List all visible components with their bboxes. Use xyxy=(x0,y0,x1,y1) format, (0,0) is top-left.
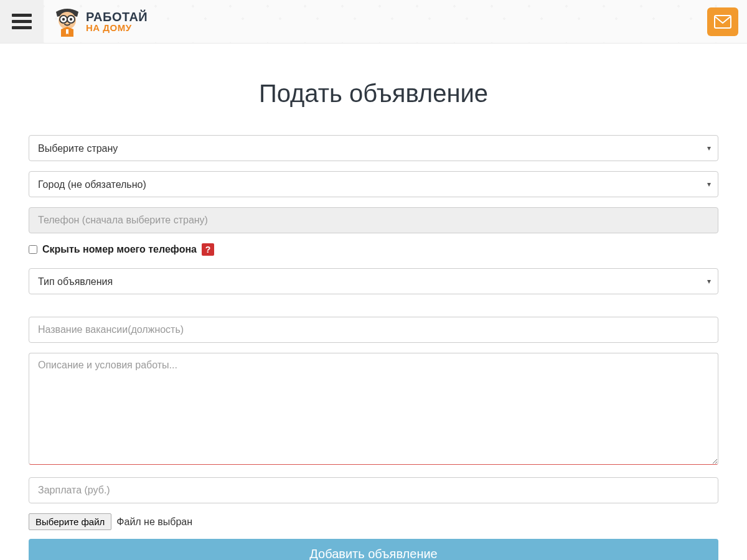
help-icon[interactable]: ? xyxy=(202,243,214,256)
title-field xyxy=(29,317,718,343)
svg-point-7 xyxy=(70,17,72,20)
hide-phone-checkbox[interactable] xyxy=(29,245,37,254)
file-row: Выберите файл Файл не выбран xyxy=(29,513,718,530)
ad-type-field: Тип объявления xyxy=(29,268,718,294)
svg-point-9 xyxy=(66,34,68,36)
submit-button[interactable]: Добавить объявление xyxy=(29,539,718,560)
menu-button[interactable] xyxy=(0,0,44,44)
svg-point-6 xyxy=(62,17,65,20)
city-field: Город (не обязательно) xyxy=(29,171,718,197)
mail-icon xyxy=(714,15,731,29)
svg-rect-10 xyxy=(715,16,731,28)
logo-line-1: РАБОТАЙ xyxy=(86,11,148,23)
svg-rect-2 xyxy=(12,26,32,29)
ad-type-select[interactable]: Тип объявления xyxy=(29,268,718,294)
phone-input[interactable] xyxy=(29,207,718,233)
salary-input[interactable] xyxy=(29,477,718,503)
hide-phone-row: Скрыть номер моего телефона ? xyxy=(29,243,718,256)
choose-file-button[interactable]: Выберите файл xyxy=(29,513,111,530)
header: РАБОТАЙ НА ДОМУ xyxy=(0,0,747,44)
mail-button[interactable] xyxy=(707,7,738,36)
salary-field xyxy=(29,477,718,503)
phone-field xyxy=(29,207,718,233)
logo-mascot-icon xyxy=(52,7,82,37)
file-status-text: Файл не выбран xyxy=(116,516,192,528)
hamburger-icon xyxy=(12,14,32,30)
svg-rect-1 xyxy=(12,20,32,23)
logo-line-2: НА ДОМУ xyxy=(86,23,148,32)
hide-phone-label[interactable]: Скрыть номер моего телефона xyxy=(42,244,197,255)
svg-rect-0 xyxy=(12,14,32,17)
description-textarea[interactable] xyxy=(29,353,718,465)
logo-text: РАБОТАЙ НА ДОМУ xyxy=(86,11,148,32)
country-select[interactable]: Выберите страну xyxy=(29,135,718,161)
content: Подать объявление Выберите страну Город … xyxy=(29,80,718,560)
page-title: Подать объявление xyxy=(29,80,718,108)
country-field: Выберите страну xyxy=(29,135,718,161)
description-field xyxy=(29,353,718,467)
city-select[interactable]: Город (не обязательно) xyxy=(29,171,718,197)
job-title-input[interactable] xyxy=(29,317,718,343)
logo[interactable]: РАБОТАЙ НА ДОМУ xyxy=(52,7,148,37)
